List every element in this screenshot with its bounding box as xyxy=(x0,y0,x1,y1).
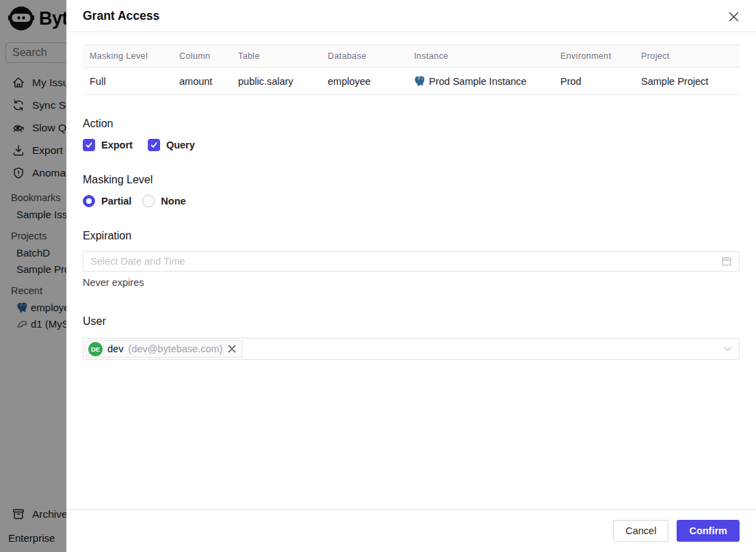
dialog-header: Grant Access xyxy=(66,0,756,32)
user-name: dev xyxy=(107,343,123,354)
grant-access-dialog: Grant Access Masking Level Column Table … xyxy=(66,0,756,552)
col-header-instance: Instance xyxy=(407,45,553,68)
export-checkbox[interactable]: Export xyxy=(83,139,133,151)
expiration-section-label: Expiration xyxy=(83,230,740,242)
confirm-button[interactable]: Confirm xyxy=(677,520,740,542)
query-checkbox[interactable]: Query xyxy=(148,139,195,151)
checkbox-label: Query xyxy=(166,140,195,150)
cancel-button[interactable]: Cancel xyxy=(613,520,668,542)
radio-label: Partial xyxy=(101,196,131,207)
user-tag: DE dev (dev@bytebase.com) xyxy=(86,340,243,358)
table-header-row: Masking Level Column Table Database Inst… xyxy=(83,45,740,68)
action-section-label: Action xyxy=(83,118,740,130)
cell-database: employee xyxy=(321,68,407,95)
table-row: Full amount public.salary employee Prod … xyxy=(83,68,740,95)
checkbox-label: Export xyxy=(101,140,133,150)
chevron-down-icon[interactable] xyxy=(722,344,733,354)
remove-user-icon[interactable] xyxy=(227,344,237,354)
col-header-database: Database xyxy=(321,45,407,68)
masking-level-section-label: Masking Level xyxy=(83,174,740,186)
action-options: Export Query xyxy=(83,139,740,151)
cell-table: public.salary xyxy=(231,68,321,95)
col-header-project: Project xyxy=(634,45,740,68)
close-icon[interactable] xyxy=(726,9,741,24)
cell-masking-level: Full xyxy=(83,68,172,95)
user-select[interactable]: DE dev (dev@bytebase.com) xyxy=(83,338,740,360)
checkbox-checked-icon[interactable] xyxy=(83,139,95,151)
col-header-environment: Environment xyxy=(553,45,634,68)
checkbox-checked-icon[interactable] xyxy=(148,139,160,151)
calendar-icon xyxy=(721,256,732,267)
user-email: (dev@bytebase.com) xyxy=(128,343,222,354)
cell-instance: Prod Sample Instance xyxy=(407,68,553,95)
postgres-icon xyxy=(414,75,426,87)
col-header-masking-level: Masking Level xyxy=(83,45,172,68)
dialog-footer: Cancel Confirm xyxy=(66,509,756,552)
instance-name: Prod Sample Instance xyxy=(429,76,527,87)
none-radio[interactable]: None xyxy=(142,195,185,207)
col-header-table: Table xyxy=(231,45,321,68)
avatar: DE xyxy=(88,342,103,356)
cell-environment: Prod xyxy=(553,68,634,95)
expiration-note: Never expires xyxy=(83,277,740,288)
cell-project: Sample Project xyxy=(634,68,740,95)
radio-selected-icon[interactable] xyxy=(83,195,95,207)
date-input[interactable] xyxy=(90,256,721,267)
masking-level-options: Partial None xyxy=(83,195,740,207)
partial-radio[interactable]: Partial xyxy=(83,195,131,207)
masking-table: Masking Level Column Table Database Inst… xyxy=(83,44,740,95)
dialog-body: Masking Level Column Table Database Inst… xyxy=(66,32,756,509)
dialog-title: Grant Access xyxy=(83,9,740,23)
cell-column: amount xyxy=(172,68,231,95)
col-header-column: Column xyxy=(172,45,231,68)
expiration-date-picker[interactable] xyxy=(83,251,740,272)
radio-label: None xyxy=(161,196,185,207)
radio-unselected-icon[interactable] xyxy=(142,195,155,207)
user-section-label: User xyxy=(83,315,740,328)
